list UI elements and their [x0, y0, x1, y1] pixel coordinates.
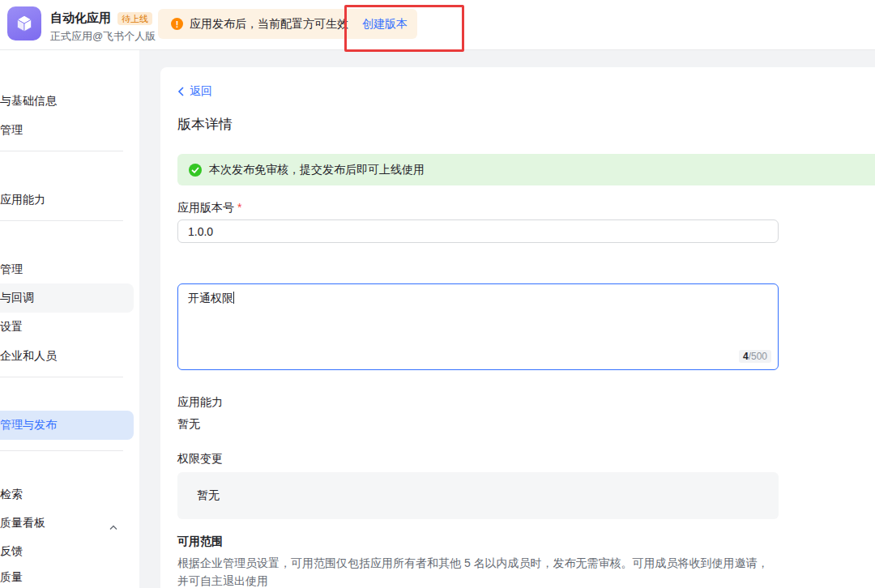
app-name: 自动化应用 — [50, 11, 111, 26]
scope-description: 根据企业管理员设置，可用范围仅包括应用所有者和其他 5 名以内成员时，发布无需审… — [177, 554, 779, 588]
sidebar-item-org-members[interactable]: 企业和人员 — [0, 342, 134, 371]
sidebar-item-settings[interactable]: 设置 — [0, 313, 134, 342]
text-caret — [233, 292, 234, 304]
notice-text: 应用发布后，当前配置方可生效 — [190, 17, 348, 32]
update-notes-value: 开通权限 — [188, 292, 233, 305]
char-counter: 4/500 — [739, 350, 771, 363]
sidebar-divider — [0, 450, 123, 451]
sidebar-item-quality-dashboard[interactable]: 质量看板 — [0, 509, 134, 538]
chevron-up-icon — [109, 520, 117, 533]
warning-icon: ! — [171, 18, 183, 30]
permission-label: 权限变更 — [177, 452, 223, 467]
update-notes-textarea[interactable]: 开通权限 4/500 — [177, 283, 779, 370]
version-input[interactable] — [177, 219, 779, 243]
capability-value: 暂无 — [177, 417, 200, 432]
permission-value: 暂无 — [197, 488, 220, 503]
sidebar-divider — [0, 151, 123, 151]
capability-label: 应用能力 — [177, 395, 223, 410]
sidebar-divider — [0, 220, 123, 221]
chevron-left-icon — [177, 87, 185, 96]
sidebar-item-events-callback[interactable]: 与回调 — [0, 283, 134, 313]
sidebar-item-quality[interactable]: 质量 — [0, 563, 134, 588]
sidebar-item-search[interactable]: 检索 — [0, 480, 134, 509]
sidebar-item-app-capability[interactable]: 应用能力 — [0, 185, 134, 215]
publish-notice-bar: ! 应用发布后，当前配置方可生效 创建版本 — [158, 9, 417, 39]
app-cube-icon — [7, 6, 41, 40]
back-link[interactable]: 返回 — [177, 84, 212, 99]
sidebar-nav: 与基础信息 管理 应用能力 管理 与回调 设置 企业和人员 管理与发布 检索 质… — [0, 50, 139, 588]
permission-empty-box: 暂无 — [177, 472, 779, 519]
create-version-button[interactable]: 创建版本 — [362, 17, 408, 32]
scope-label: 可用范围 — [177, 535, 223, 549]
top-header: 自动化应用 待上线 正式应用@飞书个人版 ! 应用发布后，当前配置方可生效 创建… — [0, 0, 875, 50]
status-badge: 待上线 — [117, 12, 152, 25]
app-window: 自动化应用 待上线 正式应用@飞书个人版 ! 应用发布后，当前配置方可生效 创建… — [0, 0, 875, 588]
version-label: 应用版本号 * — [177, 201, 241, 215]
sidebar-item-version-release[interactable]: 管理与发布 — [0, 411, 134, 440]
sidebar-item-basic-info[interactable]: 与基础信息 — [0, 87, 134, 116]
app-subtitle: 正式应用@飞书个人版 — [50, 29, 156, 44]
version-detail-card: 返回 版本详情 本次发布免审核，提交发布后即可上线使用 应用版本号 * 更新说明… — [160, 67, 875, 588]
sidebar-item-feedback[interactable]: 反馈 — [0, 537, 134, 566]
check-icon — [189, 164, 202, 177]
sidebar-item-manage-1[interactable]: 管理 — [0, 116, 134, 145]
success-banner-text: 本次发布免审核，提交发布后即可上线使用 — [209, 163, 425, 177]
sidebar-divider — [0, 377, 123, 377]
sidebar-item-manage-2[interactable]: 管理 — [0, 255, 134, 284]
page-title: 版本详情 — [177, 115, 233, 134]
required-mark: * — [237, 201, 241, 215]
success-banner: 本次发布免审核，提交发布后即可上线使用 — [177, 154, 875, 185]
